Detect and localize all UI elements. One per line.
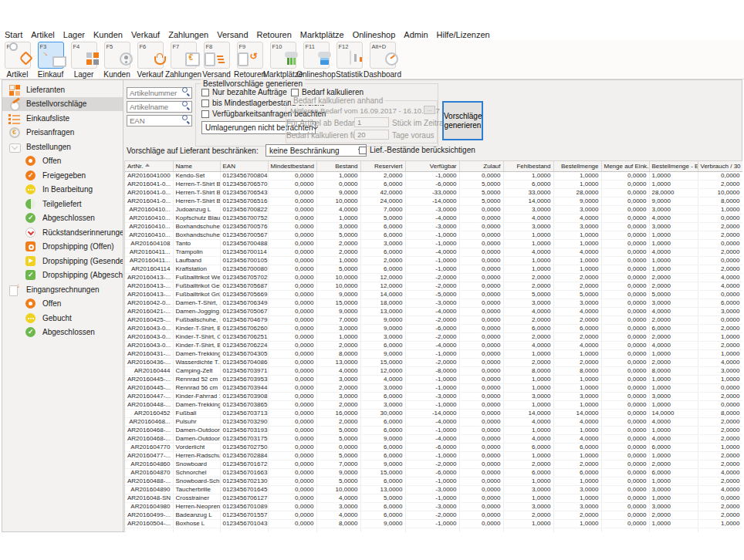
sidebar-item-einkaufsliste[interactable]: Einkaufsliste: [2, 111, 123, 126]
table-row[interactable]: AR201604860Snowboard01234567016720,00007…: [125, 460, 742, 468]
ribbon-button-dashboard[interactable]: Alt+DDashboard: [367, 40, 398, 79]
search-icon[interactable]: [182, 115, 190, 123]
table-row[interactable]: AR20160488-...Snowboard-Sch...0123456702…: [125, 477, 742, 485]
table-row[interactable]: AR20160410...Boxhandschuhe...01234567005…: [125, 231, 742, 239]
menu-item-lager[interactable]: Lager: [63, 30, 85, 39]
column-header-zulauf[interactable]: Zulauf: [459, 161, 503, 171]
bedarf-fuer-input[interactable]: [354, 130, 389, 140]
table-row[interactable]: AR20160411...Laufband01234567001050,0000…: [125, 256, 742, 265]
menu-item-kunden[interactable]: Kunden: [93, 30, 123, 39]
checkbox-nur-bezahlte-auftraege[interactable]: Nur bezahlte Aufträge: [201, 88, 287, 96]
column-header-ean[interactable]: EAN: [220, 161, 268, 171]
table-row[interactable]: AR20160436-...Wasserdichte T...012345670…: [125, 358, 742, 366]
table-row[interactable]: AR20160504-...Boxhose L01234567010430,00…: [125, 519, 742, 528]
menu-item-hilfe-lizenzen[interactable]: Hilfe/Lizenzen: [437, 30, 490, 39]
ribbon-button-artikel[interactable]: F2Artikel: [2, 40, 33, 79]
table-row[interactable]: AR20160499-...Badeanzug L01234567015570,…: [125, 511, 742, 519]
sidebar-item-abgeschlossen[interactable]: Abgeschlossen: [2, 211, 123, 226]
sidebar-item-rückstandserinnerungen[interactable]: Rückstandserinnerungen: [2, 225, 123, 240]
column-header-bestellmenge-e[interactable]: Bestellmenge - E...: [649, 161, 698, 171]
table-row[interactable]: AR2016043-0...Kinder-T-Shirt, Bl...01234…: [125, 341, 742, 349]
table-row[interactable]: AR201604108Tanto01234567004880,00002,000…: [125, 239, 742, 248]
sidebar-item-freigegeben[interactable]: Freigegeben: [2, 168, 123, 183]
column-header-verbrauch-30[interactable]: Verbrauch / 30 ...: [698, 161, 742, 171]
menu-item-retouren[interactable]: Retouren: [257, 30, 292, 39]
sidebar-item-teilgeliefert[interactable]: Teilgeliefert: [2, 197, 123, 211]
column-header-bestellmenge[interactable]: Bestellmenge: [553, 161, 601, 171]
ribbon-button-versand[interactable]: F8Versand: [201, 40, 232, 79]
menu-item-onlineshop[interactable]: Onlineshop: [353, 30, 396, 39]
column-header-name[interactable]: Name: [173, 161, 220, 171]
lieferant-dropdown[interactable]: keine Beschränkung: [265, 144, 367, 157]
table-row[interactable]: AR201604114Kraftstation01234567000800,00…: [125, 265, 742, 273]
table-row[interactable]: AR20160421-...Damen-Jogging...0123456705…: [125, 307, 742, 315]
column-header-menge-auf-eink[interactable]: Menge auf Eink...: [601, 161, 649, 171]
ribbon-button-zahlungen[interactable]: F7Zahlungen: [167, 40, 199, 79]
sidebar-item-in-bearbeitung[interactable]: In Bearbeitung: [2, 183, 123, 197]
sidebar-item-bestellvorschläge[interactable]: Bestellvorschläge: [2, 97, 123, 112]
sidebar-item-bestellungen[interactable]: Bestellungen: [2, 140, 123, 154]
ribbon-button-statistik[interactable]: F12Statistik: [333, 40, 365, 79]
sidebar-item-dropshipping-offen[interactable]: Dropshipping (Offen): [2, 240, 123, 255]
table-row[interactable]: AR2016041000Kendo-Set01234567008040,0000…: [125, 171, 742, 180]
table-row[interactable]: AR20160413-...Fußballtrikot Gel...012345…: [125, 282, 742, 290]
table-row[interactable]: AR20160410...Boxhandschuhe...01234567005…: [125, 222, 742, 231]
menu-item-versand[interactable]: Versand: [217, 30, 248, 39]
vorschlaege-generieren-button[interactable]: Vorschläge generieren: [442, 101, 483, 140]
menu-item-artikel[interactable]: Artikel: [31, 30, 55, 39]
table-row[interactable]: AR20160425-...Fußballschuhe, r...0123456…: [125, 315, 742, 324]
menu-item-zahlungen[interactable]: Zahlungen: [168, 30, 208, 39]
table-row[interactable]: AR20160413-...Fußballtrikot Grü...012345…: [125, 290, 742, 299]
table-row[interactable]: AR20160431-...Damen-Trekking...012345670…: [125, 349, 742, 358]
menu-item-start[interactable]: Start: [5, 30, 22, 39]
sidebar-item-dropshipping-abgeschlossen[interactable]: Dropshipping (Abgeschlossen): [2, 268, 123, 283]
ribbon-button-marktplätze[interactable]: F10Marktplätze: [267, 40, 299, 79]
search-icon[interactable]: [182, 87, 190, 95]
ribbon-button-verkauf[interactable]: F6Verkauf: [134, 40, 166, 79]
table-row[interactable]: AR20160468-...Damen-Outdoor...0123456703…: [125, 434, 742, 443]
table-row[interactable]: AR20160448-...Damen-Trekking...012345670…: [125, 400, 742, 409]
sidebar-item-lieferanten[interactable]: Lieferanten: [2, 83, 123, 97]
menu-item-admin[interactable]: Admin: [404, 30, 428, 39]
sidebar-item-gebucht[interactable]: Gebucht: [2, 311, 123, 326]
table-row[interactable]: AR20160468-...Damen-Outdoor...0123456703…: [125, 426, 742, 434]
table-row[interactable]: AR20160444Camping-Zelt01234567039710,000…: [125, 366, 742, 375]
table-row[interactable]: AR20160468...Pulsuhr01234567032900,00002…: [125, 417, 742, 426]
table-row[interactable]: AR2016048-SNCrosstrainer01234567061270,0…: [125, 494, 742, 502]
ribbon-button-kunden[interactable]: F5Kunden: [101, 40, 133, 79]
table-row[interactable]: AR20160445-...Rennrad 52 cm0123456703953…: [125, 375, 742, 383]
table-row[interactable]: AR20160447-...Kinder-Fahrrad 1...0123456…: [125, 392, 742, 400]
column-header-artnr[interactable]: ArtNr.: [125, 161, 173, 171]
sidebar-item-dropshipping-gesendet[interactable]: Dropshipping (Gesendet): [2, 254, 123, 268]
table-row[interactable]: AR20160445-...Rennrad 56 cm0123456703944…: [125, 383, 742, 392]
table-row[interactable]: AR2016042-0...Damen-T-Shirt, ...01234567…: [125, 299, 742, 307]
table-row[interactable]: AR2016041-0...Herren-T-Shirt Bl...012345…: [125, 197, 742, 205]
menu-item-marktplätze[interactable]: Marktplätze: [300, 30, 344, 39]
sidebar-item-eingangsrechnungen[interactable]: Eingangsrechnungen: [2, 282, 123, 297]
table-row[interactable]: AR20160477-...Herren-Radschu...012345670…: [125, 451, 742, 460]
column-header-reserviert[interactable]: Reserviert: [360, 161, 405, 171]
ribbon-button-onlineshop[interactable]: F11Onlineshop: [300, 40, 332, 79]
table-row[interactable]: AR2016043-0...Kinder-T-Shirt, Bl...01234…: [125, 324, 742, 332]
ribbon-button-einkauf[interactable]: F3Einkauf: [35, 40, 66, 79]
table-row[interactable]: AR2016043-0...Kinder-T-Shirt, O...012345…: [125, 332, 742, 341]
ribbon-button-retouren[interactable]: F9Retouren: [234, 40, 265, 79]
sidebar-item-preisanfragen[interactable]: Preisanfragen: [2, 126, 123, 140]
column-header-bestand[interactable]: Bestand: [316, 161, 360, 171]
sidebar-item-abgeschlossen[interactable]: Abgeschlossen: [2, 326, 123, 340]
table-row[interactable]: AR201604890Taucherbrille01234567016450,0…: [125, 485, 742, 494]
sidebar-item-offen[interactable]: Offen: [2, 154, 123, 169]
column-header-fehlbestand[interactable]: Fehlbestand: [503, 161, 553, 171]
table-row[interactable]: AR2016041-0...Herren-T-Shirt Bl...012345…: [125, 188, 742, 197]
table-row[interactable]: AR201604870Schnorchel01234567016630,0000…: [125, 468, 742, 477]
table-row[interactable]: AR20160411...Trampolin01234567001140,000…: [125, 248, 742, 256]
date-range-browse-button[interactable]: ...: [424, 106, 435, 114]
table-row[interactable]: AR20160410...Judoanzug L01234567008220,0…: [125, 205, 742, 214]
table-row[interactable]: AR201604770Vorderlicht01234567027500,000…: [125, 443, 742, 451]
column-header-mindestbestand[interactable]: Mindestbestand: [268, 161, 316, 171]
sidebar-item-offen[interactable]: Offen: [2, 297, 123, 312]
menu-item-verkauf[interactable]: Verkauf: [131, 30, 160, 39]
search-icon[interactable]: [182, 101, 190, 109]
checkbox-bedarf-kalkulieren[interactable]: Bedarf kalkulieren: [291, 88, 364, 96]
table-row[interactable]: AR20160410...Kopfschutz Blau...012345670…: [125, 214, 742, 222]
